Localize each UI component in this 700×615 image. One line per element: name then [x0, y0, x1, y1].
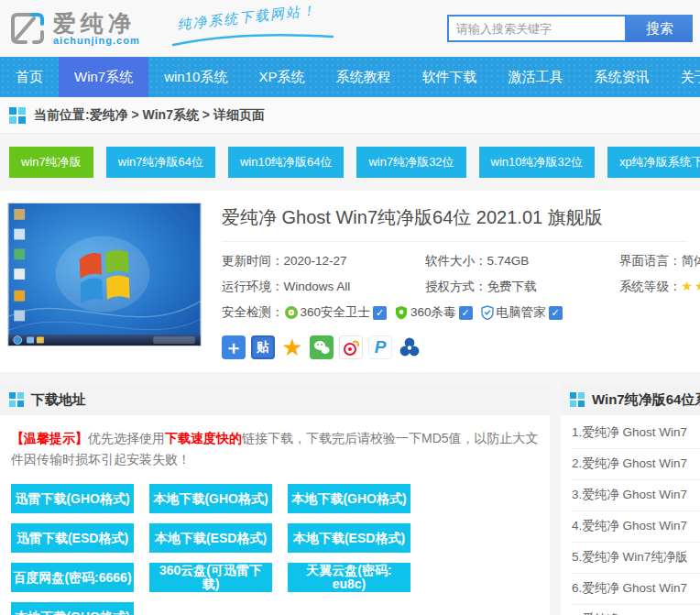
- 360-safeguard-icon: [284, 305, 299, 320]
- grid-icon: [9, 392, 24, 407]
- 360-antivirus-icon: [394, 305, 409, 320]
- article-panel: 爱纯净 Ghost Win7纯净版64位 2021.01 旗舰版 更新时间：20…: [0, 191, 700, 372]
- download-title: 下载地址: [31, 391, 86, 409]
- sidebar: Win7纯净版64位系统 1.爱纯净 Ghost Win7 2.爱纯净 Ghos…: [561, 384, 700, 615]
- slogan-text: 纯净系统下载网站！: [176, 2, 317, 34]
- download-header: 下载地址: [0, 384, 550, 415]
- info-file-size: 软件大小：5.74GB: [425, 253, 619, 269]
- download-button-360-cloud[interactable]: 360云盘(可迅雷下载): [149, 563, 272, 592]
- sidebar-header: Win7纯净版64位系统: [561, 384, 700, 415]
- sidebar-list-item-6[interactable]: 6.爱纯净 Ghost Win7: [572, 574, 700, 605]
- share-trefoil-icon[interactable]: [398, 335, 421, 359]
- brand-domain: aichunjing.com: [53, 35, 140, 46]
- breadcrumb: 当前位置:爱纯净 > Win7系统 > 详细页面: [0, 97, 700, 134]
- brand-text: 爱纯净 aichunjing.com: [53, 11, 140, 46]
- sidebar-title: Win7纯净版64位系统: [592, 391, 700, 409]
- nav-item-home[interactable]: 首页: [0, 57, 59, 97]
- download-body: 【温馨提示】优先选择使用下载速度快的链接下载，下载完后请校验一下MD5值，以防止…: [0, 415, 550, 615]
- info-update-time: 更新时间：2020-12-27: [222, 253, 425, 269]
- weibo-icon[interactable]: [339, 335, 363, 359]
- download-button-thunder-esd[interactable]: 迅雷下载(ESD格式): [11, 523, 134, 553]
- nav-item-software[interactable]: 软件下载: [406, 57, 492, 97]
- sidebar-list-item-1[interactable]: 1.爱纯净 Ghost Win7: [572, 418, 700, 449]
- tag-win10-64[interactable]: win10纯净版64位: [228, 147, 344, 178]
- bottom-area: 下载地址 【温馨提示】优先选择使用下载速度快的链接下载，下载完后请校验一下MD5…: [0, 384, 700, 615]
- check-icon: ✓: [373, 306, 387, 320]
- article-detail: 爱纯净 Ghost Win7纯净版64位 2021.01 旗舰版 更新时间：20…: [222, 203, 693, 359]
- qzone-star-icon[interactable]: ★: [280, 335, 304, 359]
- breadcrumb-text[interactable]: 当前位置:爱纯净 > Win7系统 > 详细页面: [34, 107, 265, 124]
- download-button-local-esd-1[interactable]: 本地下载(ESD格式): [149, 523, 272, 553]
- download-panel: 下载地址 【温馨提示】优先选择使用下载速度快的链接下载，下载完后请校验一下MD5…: [0, 384, 550, 615]
- download-button-local-gho-2[interactable]: 本地下载(GHO格式): [288, 484, 410, 513]
- download-button-thunder-gho[interactable]: 迅雷下载(GHO格式): [11, 484, 134, 513]
- nav-item-win7[interactable]: Win7系统: [59, 57, 148, 97]
- tag-win10-32[interactable]: win10纯净版32位: [479, 147, 595, 178]
- tag-win7-pure[interactable]: win7纯净版: [9, 147, 93, 178]
- main-nav: 首页 Win7系统 win10系统 XP系统 系统教程 软件下载 激活工具 系统…: [0, 57, 700, 97]
- download-button-local-gho-1[interactable]: 本地下载(GHO格式): [149, 484, 272, 513]
- search-input[interactable]: [447, 15, 627, 42]
- notice-tag: 【温馨提示】: [11, 431, 88, 445]
- share-plus-icon[interactable]: ＋: [222, 335, 246, 359]
- security-check-row: 安全检测： 360安全卫士 ✓ 360杀毒 ✓: [222, 304, 687, 321]
- logo-icon: [7, 9, 46, 48]
- download-button-baidu-pan[interactable]: 百度网盘(密码:6666): [11, 563, 134, 592]
- slogan-curve-icon: [171, 31, 336, 48]
- nav-item-win10[interactable]: win10系统: [148, 57, 243, 97]
- sidebar-list-item-7[interactable]: 7.爱纯净 Ghost Win7: [572, 605, 700, 615]
- sidebar-list-item-3[interactable]: 3.爱纯净 Ghost Win7: [572, 480, 700, 511]
- notice-emphasis: 下载速度快的: [165, 431, 242, 445]
- nav-item-news[interactable]: 系统资讯: [578, 57, 664, 97]
- tag-xp[interactable]: xp纯净版系统下载: [607, 147, 700, 178]
- search-button[interactable]: 搜索: [627, 15, 693, 42]
- tag-win7-32[interactable]: win7纯净版32位: [356, 147, 465, 178]
- check-icon: ✓: [549, 306, 563, 320]
- nav-item-tutorials[interactable]: 系统教程: [320, 57, 406, 97]
- info-environment: 运行环境：Windows All: [222, 279, 425, 295]
- sidebar-list: 1.爱纯净 Ghost Win7 2.爱纯净 Ghost Win7 3.爱纯净 …: [561, 415, 700, 615]
- download-notice: 【温馨提示】优先选择使用下载速度快的链接下载，下载完后请校验一下MD5值，以防止…: [11, 428, 539, 470]
- info-license: 授权方式：免费下载: [425, 279, 619, 295]
- page-title: 爱纯净 Ghost Win7纯净版64位 2021.01 旗舰版: [222, 203, 687, 242]
- page: 爱纯净 aichunjing.com 纯净系统下载网站！ 搜索 首页 Win7系…: [0, 0, 700, 615]
- nav-item-about[interactable]: 关于本站: [664, 57, 700, 97]
- pc-manager-icon: [480, 305, 495, 320]
- sidebar-list-item-2[interactable]: 2.爱纯净 Ghost Win7: [572, 449, 700, 480]
- info-language: 界面语言：简体中文: [619, 253, 700, 269]
- site-slogan: 纯净系统下载网站！: [171, 7, 336, 49]
- security-item-360av: 360杀毒 ✓: [394, 304, 473, 321]
- wechat-icon[interactable]: [310, 335, 334, 359]
- win7-desktop-thumbnail[interactable]: [7, 203, 202, 346]
- security-label: 安全检测：: [222, 304, 284, 321]
- security-item-pcmanager: 电脑管家 ✓: [480, 304, 563, 321]
- sidebar-list-item-4[interactable]: 4.爱纯净 Ghost Win7: [572, 511, 700, 543]
- brand-name: 爱纯净: [53, 11, 140, 35]
- share-p-icon[interactable]: P: [368, 335, 392, 359]
- download-button-local-gho-3[interactable]: 本地下载(GHO格式): [11, 602, 134, 615]
- tag-row: win7纯净版 win7纯净版64位 win10纯净版64位 win7纯净版32…: [0, 134, 700, 191]
- info-grid: 更新时间：2020-12-27 软件大小：5.74GB 界面语言：简体中文 运行…: [222, 253, 687, 295]
- nav-item-xp[interactable]: XP系统: [243, 57, 320, 97]
- download-button-local-esd-2[interactable]: 本地下载(ESD格式): [288, 523, 410, 553]
- grid-icon: [570, 392, 585, 407]
- info-rating: 系统等级：★★★★★: [619, 279, 700, 295]
- check-icon: ✓: [459, 306, 473, 320]
- nav-item-activation[interactable]: 激活工具: [492, 57, 578, 97]
- sidebar-list-item-5[interactable]: 5.爱纯净 Win7纯净版: [572, 543, 700, 574]
- baidu-tieba-icon[interactable]: 贴: [251, 335, 275, 359]
- download-buttons: 迅雷下载(GHO格式) 本地下载(GHO格式) 本地下载(GHO格式) 迅雷下载…: [11, 484, 539, 615]
- site-logo[interactable]: 爱纯净 aichunjing.com: [7, 9, 140, 48]
- tag-win7-64[interactable]: win7纯净版64位: [106, 147, 215, 178]
- grid-icon: [9, 107, 26, 124]
- download-button-tianyi-cloud[interactable]: 天翼云盘(密码: eu8c): [288, 563, 410, 592]
- search-bar: 搜索: [447, 15, 693, 42]
- site-header: 爱纯净 aichunjing.com 纯净系统下载网站！ 搜索: [0, 0, 700, 57]
- share-row: ＋ 贴 ★ P: [222, 335, 687, 359]
- star-rating: ★★★★★: [682, 279, 700, 293]
- security-item-360guard: 360安全卫士 ✓: [284, 304, 388, 321]
